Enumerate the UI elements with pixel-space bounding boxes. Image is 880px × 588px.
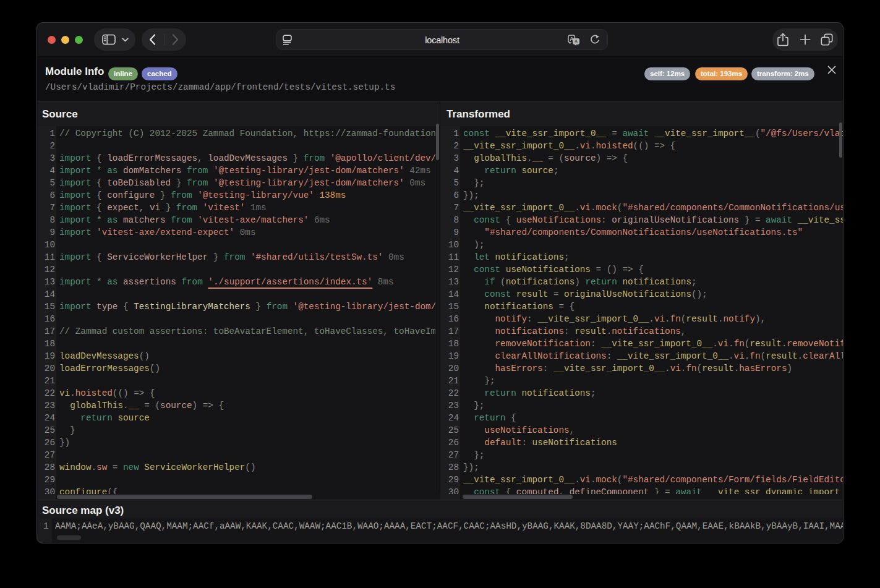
svg-text:✳: ✳: [574, 38, 579, 45]
